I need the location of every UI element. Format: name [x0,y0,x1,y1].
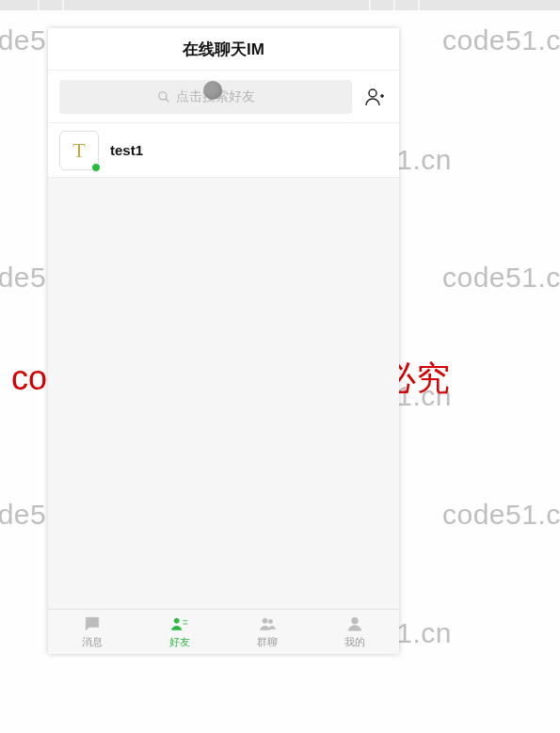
tab-me[interactable]: 我的 [312,610,399,654]
friends-icon [170,614,189,633]
cursor-indicator [203,81,222,100]
tab-groups[interactable]: 群聊 [224,610,312,654]
svg-point-13 [352,617,359,624]
tab-friends[interactable]: 好友 [136,610,223,654]
svg-point-2 [369,89,376,97]
svg-line-1 [165,98,168,102]
friend-row[interactable]: T test1 [48,123,399,178]
online-indicator [91,163,101,172]
avatar-wrap: T [59,131,99,170]
svg-point-6 [91,622,93,624]
titlebar: 在线聊天IM [48,28,399,71]
svg-point-0 [158,91,166,99]
group-icon [258,614,277,633]
add-friend-button[interactable] [361,84,388,110]
user-icon [345,614,364,633]
app-frame: 在线聊天IM 点击搜索好友 T test1 消息 好友 [48,28,399,654]
tab-label: 消息 [82,635,103,649]
bottom-tabbar: 消息 好友 群聊 我的 [48,609,399,654]
watermark: code51.cn [442,24,560,56]
svg-point-11 [263,618,267,623]
friends-list: T test1 [48,123,399,609]
watermark: code51.cn [442,499,560,531]
tab-label: 好友 [169,635,190,649]
friend-name: test1 [110,142,143,158]
svg-point-5 [88,622,90,624]
search-row: 点击搜索好友 [48,71,399,123]
chat-icon [83,614,102,633]
svg-point-12 [268,619,272,623]
add-user-icon [363,86,386,108]
tab-messages[interactable]: 消息 [48,610,136,654]
page-title: 在线聊天IM [183,39,264,60]
browser-tab-strip [0,0,560,10]
search-icon [157,90,170,104]
svg-point-8 [174,618,179,623]
svg-point-7 [93,622,95,624]
tab-label: 群聊 [257,635,278,649]
tab-label: 我的 [344,635,365,649]
watermark: code51.cn [442,262,560,294]
